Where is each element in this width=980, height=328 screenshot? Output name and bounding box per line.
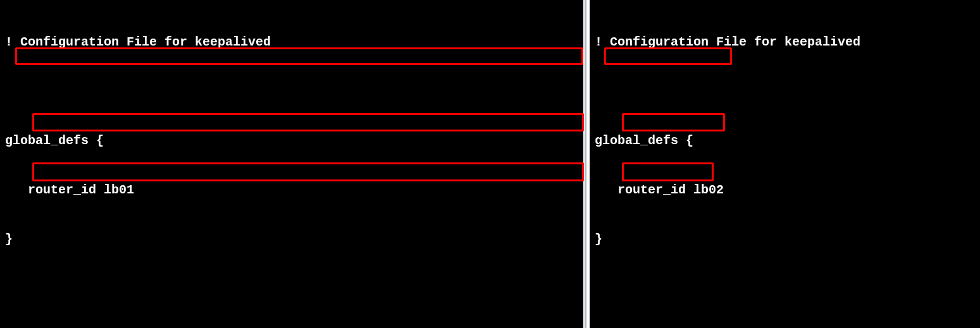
- highlight-state: [32, 113, 584, 131]
- highlight-state: [622, 113, 725, 131]
- code-line: global_defs {: [5, 133, 583, 149]
- code-line-router-id: router_id lb01: [5, 182, 583, 198]
- code-line: [595, 83, 980, 100]
- highlight-priority: [622, 162, 714, 181]
- highlight-priority: [32, 162, 584, 181]
- code-line: ! Configuration File for keepalived: [5, 34, 583, 51]
- config-pane-right: ! Configuration File for keepalived glob…: [590, 0, 980, 328]
- code-line: }: [595, 231, 980, 248]
- config-pane-left: ! Configuration File for keepalived glob…: [0, 0, 583, 328]
- pane-divider: [583, 0, 590, 328]
- code-line: global_defs {: [595, 133, 980, 149]
- code-line: [5, 83, 583, 100]
- code-line: }: [5, 231, 583, 248]
- code-line: [595, 281, 980, 297]
- code-line: ! Configuration File for keepalived: [595, 34, 980, 51]
- code-line: [5, 281, 583, 297]
- code-line-router-id: router_id lb02: [595, 182, 980, 198]
